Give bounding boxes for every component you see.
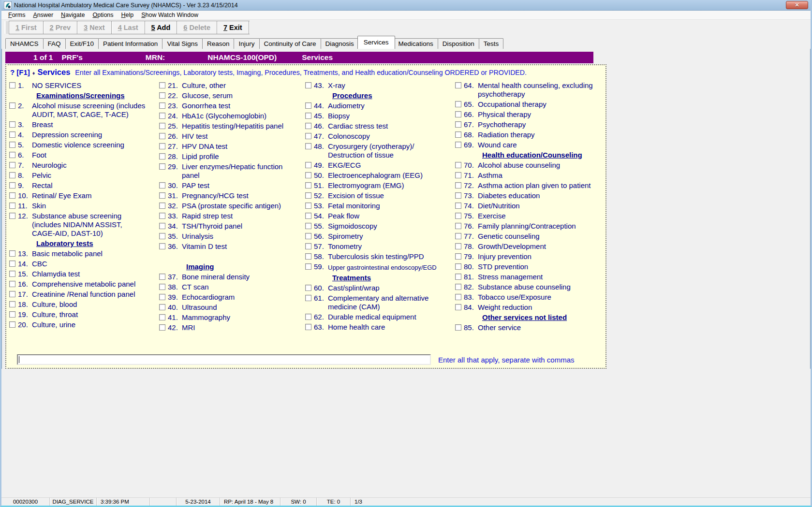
toolbar-next-button[interactable]: 3 Next (77, 21, 112, 34)
toolbar-delete-button[interactable]: 6 Delete (177, 21, 217, 34)
service-6-checkbox[interactable] (9, 152, 15, 158)
service-75-checkbox[interactable] (455, 213, 461, 219)
service-2-checkbox[interactable] (9, 102, 15, 109)
service-3-checkbox[interactable] (9, 121, 15, 128)
service-55-checkbox[interactable] (305, 223, 311, 229)
service-56-checkbox[interactable] (305, 233, 311, 239)
service-61-checkbox[interactable] (305, 295, 311, 301)
service-1-checkbox[interactable] (9, 82, 15, 88)
service-84-checkbox[interactable] (455, 304, 461, 310)
service-62-checkbox[interactable] (305, 314, 311, 320)
service-37-checkbox[interactable] (159, 274, 165, 280)
service-36-checkbox[interactable] (159, 243, 165, 249)
service-49-checkbox[interactable] (305, 162, 311, 168)
service-63-checkbox[interactable] (305, 324, 311, 330)
service-27-checkbox[interactable] (159, 143, 165, 149)
menu-answer[interactable]: Answer (29, 11, 57, 19)
service-79-checkbox[interactable] (455, 253, 461, 260)
tab-tests[interactable]: Tests (479, 38, 504, 49)
service-4-checkbox[interactable] (9, 131, 15, 138)
service-58-checkbox[interactable] (305, 253, 311, 260)
service-51-checkbox[interactable] (305, 182, 311, 188)
service-81-checkbox[interactable] (455, 274, 461, 280)
service-23-checkbox[interactable] (159, 102, 165, 109)
service-54-checkbox[interactable] (305, 213, 311, 219)
service-59-checkbox[interactable] (305, 263, 311, 270)
service-66-checkbox[interactable] (455, 111, 461, 117)
close-button[interactable]: ✕ (786, 1, 808, 9)
toolbar-last-button[interactable]: 4 Last (112, 21, 145, 34)
menu-forms[interactable]: Forms (4, 11, 29, 19)
service-85-checkbox[interactable] (455, 324, 461, 331)
service-14-checkbox[interactable] (9, 261, 15, 267)
service-42-checkbox[interactable] (159, 324, 165, 331)
service-69-checkbox[interactable] (455, 142, 461, 148)
tab-vital-signs[interactable]: Vital Signs (162, 38, 203, 49)
service-65-checkbox[interactable] (455, 101, 461, 107)
service-35-checkbox[interactable] (159, 233, 165, 239)
service-28-checkbox[interactable] (159, 153, 165, 159)
tab-continuity-of-care[interactable]: Continuity of Care (259, 38, 321, 49)
tab-exit-f10[interactable]: Exit/F10 (65, 38, 99, 49)
service-52-checkbox[interactable] (305, 192, 311, 199)
service-34-checkbox[interactable] (159, 223, 165, 229)
service-83-checkbox[interactable] (455, 294, 461, 300)
service-64-checkbox[interactable] (455, 82, 461, 88)
service-38-checkbox[interactable] (159, 284, 165, 290)
service-5-checkbox[interactable] (9, 142, 15, 148)
services-entry-input[interactable] (17, 354, 431, 365)
service-15-checkbox[interactable] (9, 271, 15, 277)
service-10-checkbox[interactable] (9, 192, 15, 199)
service-13-checkbox[interactable] (9, 250, 15, 257)
service-39-checkbox[interactable] (159, 294, 165, 300)
service-47-checkbox[interactable] (305, 133, 311, 139)
service-73-checkbox[interactable] (455, 192, 461, 199)
service-43-checkbox[interactable] (305, 82, 311, 88)
tab-diagnosis[interactable]: Diagnosis (321, 38, 359, 49)
toolbar-prev-button[interactable]: 2 Prev (44, 21, 78, 34)
tab-nhamcs[interactable]: NHAMCS (5, 38, 44, 49)
tab-services[interactable]: Services (357, 36, 395, 49)
service-60-checkbox[interactable] (305, 285, 311, 291)
service-76-checkbox[interactable] (455, 223, 461, 229)
tab-patient-information[interactable]: Patient Information (98, 38, 162, 49)
service-21-checkbox[interactable] (159, 82, 165, 88)
service-8-checkbox[interactable] (9, 172, 15, 178)
service-41-checkbox[interactable] (159, 314, 165, 320)
service-53-checkbox[interactable] (305, 203, 311, 209)
service-57-checkbox[interactable] (305, 243, 311, 249)
service-78-checkbox[interactable] (455, 243, 461, 249)
toolbar-first-button[interactable]: 1 First (9, 21, 44, 34)
service-67-checkbox[interactable] (455, 121, 461, 128)
service-77-checkbox[interactable] (455, 233, 461, 239)
service-50-checkbox[interactable] (305, 172, 311, 178)
service-70-checkbox[interactable] (455, 162, 461, 168)
service-71-checkbox[interactable] (455, 172, 461, 178)
service-26-checkbox[interactable] (159, 133, 165, 139)
service-80-checkbox[interactable] (455, 263, 461, 270)
tab-reason[interactable]: Reason (202, 38, 235, 49)
service-45-checkbox[interactable] (305, 113, 311, 119)
tab-medications[interactable]: Medications (394, 38, 438, 49)
service-82-checkbox[interactable] (455, 284, 461, 290)
service-22-checkbox[interactable] (159, 92, 165, 99)
service-44-checkbox[interactable] (305, 102, 311, 109)
service-20-checkbox[interactable] (9, 321, 15, 328)
menu-options[interactable]: Options (89, 11, 117, 19)
service-40-checkbox[interactable] (159, 304, 165, 310)
service-7-checkbox[interactable] (9, 162, 15, 168)
service-29-checkbox[interactable] (159, 163, 165, 170)
tab-disposition[interactable]: Disposition (438, 38, 479, 49)
tab-injury[interactable]: Injury (234, 38, 259, 49)
service-72-checkbox[interactable] (455, 182, 461, 188)
service-32-checkbox[interactable] (159, 203, 165, 209)
toolbar-exit-button[interactable]: 7 Exit (217, 21, 249, 34)
service-31-checkbox[interactable] (159, 192, 165, 199)
service-74-checkbox[interactable] (455, 203, 461, 209)
service-11-checkbox[interactable] (9, 203, 15, 209)
service-33-checkbox[interactable] (159, 213, 165, 219)
tab-faq[interactable]: FAQ (43, 38, 66, 49)
service-16-checkbox[interactable] (9, 281, 15, 287)
service-19-checkbox[interactable] (9, 311, 15, 318)
toolbar-add-button[interactable]: 5 Add (145, 21, 177, 34)
